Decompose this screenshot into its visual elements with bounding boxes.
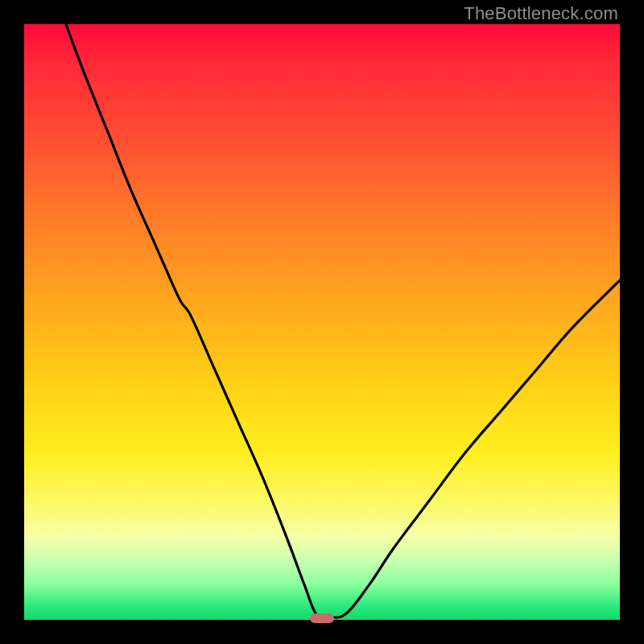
optimum-marker <box>310 613 334 623</box>
watermark-text: TheBottleneck.com <box>464 3 618 24</box>
plot-area <box>24 24 620 620</box>
bottleneck-curve-line <box>66 24 620 617</box>
bottleneck-curve-svg <box>24 24 620 620</box>
chart-frame: TheBottleneck.com <box>0 0 644 644</box>
